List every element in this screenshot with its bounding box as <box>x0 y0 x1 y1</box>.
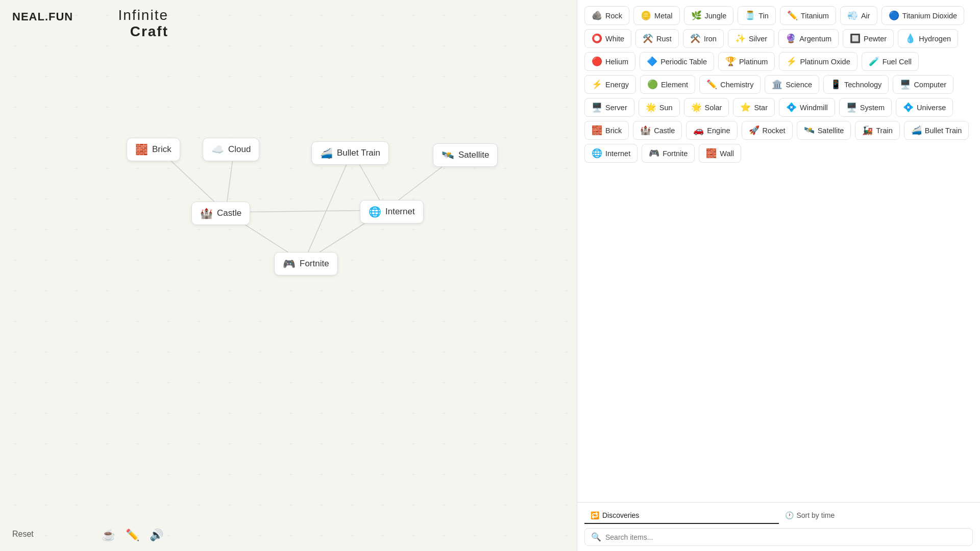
chip-emoji-3: 🫙 <box>745 10 755 21</box>
chip-emoji-5: 💨 <box>847 10 858 21</box>
reset-button[interactable]: Reset <box>12 530 34 539</box>
node-satellite[interactable]: 🛰️Satellite <box>433 143 498 167</box>
item-chip-18[interactable]: 🧪Fuel Cell <box>862 52 919 71</box>
item-chip-6[interactable]: 🔵Titanium Dioxide <box>881 6 964 25</box>
search-box: 🔍 <box>584 528 973 546</box>
chip-label-8: Rust <box>656 35 672 43</box>
sort-icon: 🕐 <box>785 511 794 519</box>
chip-label-7: White <box>605 35 624 43</box>
item-chip-28[interactable]: ⭐Star <box>733 98 775 117</box>
item-chip-32[interactable]: 🧱Brick <box>584 121 629 140</box>
item-chip-15[interactable]: 🔷Periodic Table <box>640 52 714 71</box>
item-chip-36[interactable]: 🛰️Satellite <box>797 121 851 140</box>
item-chip-21[interactable]: ✏️Chemistry <box>699 75 761 94</box>
canvas-area[interactable]: NEAL.FUN Infinite Craft Reset ☕ ✏️ 🔊 🧱Br… <box>0 0 577 551</box>
item-chip-5[interactable]: 💨Air <box>840 6 877 25</box>
node-fortnite[interactable]: 🎮Fortnite <box>274 252 338 276</box>
item-chip-23[interactable]: 📱Technology <box>823 75 889 94</box>
node-castle[interactable]: 🏰Castle <box>191 202 250 225</box>
chip-emoji-24: 🖥️ <box>900 79 911 90</box>
chip-emoji-37: 🚂 <box>862 125 873 136</box>
item-chip-37[interactable]: 🚂Train <box>855 121 900 140</box>
item-chip-26[interactable]: 🌟Sun <box>639 98 680 117</box>
item-chip-10[interactable]: ✨Silver <box>728 29 774 48</box>
item-chip-33[interactable]: 🏰Castle <box>633 121 682 140</box>
chip-emoji-26: 🌟 <box>646 102 656 113</box>
item-chip-0[interactable]: 🪨Rock <box>584 6 629 25</box>
node-label-cloud: Cloud <box>228 144 251 155</box>
item-chip-7[interactable]: ⭕White <box>584 29 631 48</box>
item-chip-24[interactable]: 🖥️Computer <box>893 75 953 94</box>
item-chip-20[interactable]: 🟢Element <box>640 75 695 94</box>
tab-sort[interactable]: 🕐 Sort by time <box>779 508 973 524</box>
chip-emoji-18: 🧪 <box>869 56 879 67</box>
chip-label-0: Rock <box>605 12 622 20</box>
sound-icon[interactable]: 🔊 <box>150 529 163 542</box>
chip-emoji-38: 🚄 <box>911 125 922 136</box>
item-chip-8[interactable]: ⚒️Rust <box>635 29 679 48</box>
item-chip-31[interactable]: 💠Universe <box>896 98 953 117</box>
chip-label-12: Pewter <box>864 35 887 43</box>
chip-emoji-32: 🧱 <box>592 125 602 136</box>
node-emoji-brick: 🧱 <box>135 143 148 156</box>
chip-emoji-23: 📱 <box>830 79 841 90</box>
item-chip-1[interactable]: 🪙Metal <box>633 6 679 25</box>
bottom-toolbar: ☕ ✏️ 🔊 <box>102 529 163 542</box>
chip-label-9: Iron <box>704 35 717 43</box>
chip-label-21: Chemistry <box>720 81 753 89</box>
node-cloud[interactable]: ☁️Cloud <box>203 138 259 161</box>
chip-label-23: Technology <box>844 81 881 89</box>
item-chip-38[interactable]: 🚄Bullet Train <box>904 121 969 140</box>
search-icon: 🔍 <box>591 532 601 542</box>
item-chip-9[interactable]: ⚒️Iron <box>683 29 724 48</box>
item-chip-4[interactable]: ✏️Titanium <box>780 6 836 25</box>
node-label-castle: Castle <box>217 208 241 218</box>
chip-label-11: Argentum <box>799 35 831 43</box>
item-chip-3[interactable]: 🫙Tin <box>738 6 776 25</box>
search-input[interactable] <box>605 533 966 541</box>
chip-label-37: Train <box>876 127 893 135</box>
item-chip-34[interactable]: 🚗Engine <box>686 121 737 140</box>
chip-emoji-4: ✏️ <box>787 10 798 21</box>
item-chip-19[interactable]: ⚡Energy <box>584 75 636 94</box>
chip-label-4: Titanium <box>801 12 829 20</box>
discoveries-icon: 🔁 <box>591 511 599 519</box>
item-chip-2[interactable]: 🌿Jungle <box>684 6 734 25</box>
item-chip-40[interactable]: 🎮Fortnite <box>642 144 695 163</box>
brush-icon[interactable]: ✏️ <box>126 529 139 542</box>
item-chip-12[interactable]: 🔲Pewter <box>843 29 894 48</box>
item-chip-22[interactable]: 🏛️Science <box>765 75 819 94</box>
item-chip-29[interactable]: 💠Windmill <box>779 98 835 117</box>
node-bullet-train[interactable]: 🚄Bullet Train <box>311 141 389 165</box>
item-chip-35[interactable]: 🚀Rocket <box>742 121 793 140</box>
node-brick[interactable]: 🧱Brick <box>127 138 180 161</box>
chip-label-14: Helium <box>605 58 628 66</box>
chip-emoji-31: 💠 <box>903 102 914 113</box>
chip-label-20: Element <box>661 81 688 89</box>
node-label-internet: Internet <box>385 207 415 217</box>
chip-label-33: Castle <box>654 127 675 135</box>
item-chip-25[interactable]: 🖥️Server <box>584 98 634 117</box>
item-chip-27[interactable]: 🌟Solar <box>684 98 729 117</box>
item-chip-16[interactable]: 🏆Platinum <box>718 52 775 71</box>
coffee-icon[interactable]: ☕ <box>102 529 115 542</box>
chip-emoji-17: ⚡ <box>786 56 797 67</box>
tab-discoveries[interactable]: 🔁 Discoveries <box>584 508 779 524</box>
items-grid: 🪨Rock🪙Metal🌿Jungle🫙Tin✏️Titanium💨Air🔵Tit… <box>577 0 980 502</box>
chip-emoji-10: ✨ <box>735 33 746 44</box>
chip-emoji-19: ⚡ <box>592 79 602 90</box>
item-chip-14[interactable]: 🔴Helium <box>584 52 635 71</box>
node-internet[interactable]: 🌐Internet <box>360 200 424 223</box>
item-chip-11[interactable]: 🔮Argentum <box>778 29 839 48</box>
chip-label-34: Engine <box>707 127 730 135</box>
item-chip-13[interactable]: 💧Hydrogen <box>898 29 958 48</box>
item-chip-17[interactable]: ⚡Platinum Oxide <box>779 52 857 71</box>
item-chip-39[interactable]: 🌐Internet <box>584 144 638 163</box>
chip-label-29: Windmill <box>800 104 828 112</box>
item-chip-41[interactable]: 🧱Wall <box>699 144 741 163</box>
node-label-fortnite: Fortnite <box>300 259 329 269</box>
chip-label-32: Brick <box>605 127 622 135</box>
item-chip-30[interactable]: 🖥️System <box>839 98 892 117</box>
chip-label-5: Air <box>861 12 870 20</box>
connection-lines <box>0 0 577 551</box>
